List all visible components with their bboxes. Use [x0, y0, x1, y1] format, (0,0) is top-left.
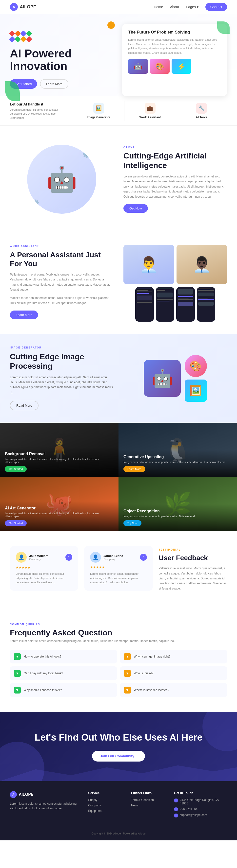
gallery-overlay-4: Object Recognition Integer cursus tortor…	[119, 504, 237, 531]
work-photo-1: 👨‍💼	[124, 245, 174, 284]
feature-work-assistant[interactable]: 💼 Work Assistant	[125, 100, 176, 122]
image-generator-icon: 🖼️	[93, 103, 104, 114]
faq-item-4[interactable]: ▼ Who is this AI?	[120, 666, 227, 680]
faq-icon-2: ▼	[124, 653, 131, 660]
gallery-title-4: Object Recognition	[124, 509, 232, 514]
avatar-1: 👤	[16, 552, 27, 563]
feature-label-3: AI Tools	[196, 116, 207, 119]
hero-section: AI Powered Innovation Get Started Learn …	[0, 14, 237, 96]
faq-icon-1: ▼	[14, 653, 21, 660]
features-title: Let our AI handle it	[10, 102, 65, 106]
gallery-btn-2[interactable]: Learn More	[124, 466, 145, 472]
hero-right-text: Lorem ipsum dolor sit amet, consectetur …	[128, 38, 221, 55]
faq-icon-3: ▼	[14, 670, 21, 677]
about-desc: Lorem ipsum dolor sit amet, consectetur …	[124, 174, 227, 199]
faq-item-6[interactable]: ▼ Where is save file located?	[120, 683, 227, 697]
user-role-1: Company	[29, 558, 48, 561]
avatar-2: 👤	[90, 552, 101, 563]
gallery-title-1: Background Removal	[5, 452, 113, 456]
email-icon	[174, 813, 178, 817]
testimonial-text-2: Lorem ipsum dolor sit amet, consectetur …	[90, 572, 147, 585]
faq-icon-4: ▼	[124, 670, 131, 677]
footer-link-company[interactable]: Company	[88, 804, 124, 807]
quote-icon-2: "	[140, 554, 147, 561]
footer-further-col: Further Links Term & Condition News	[131, 791, 167, 819]
gallery-btn-3[interactable]: Get Started	[5, 520, 27, 526]
ai-tools-icon: 🔧	[196, 103, 207, 114]
gallery-btn-4[interactable]: Try Now	[124, 520, 141, 526]
cta-join-button[interactable]: Join Our Community ↓	[92, 751, 145, 762]
gallery-desc-4: Integer cursus tortor ante, ut imperdiet…	[124, 515, 232, 518]
testimonial-text-1: Lorem ipsum dolor sit amet, consectetur …	[16, 572, 72, 585]
work-learn-more-button[interactable]: Learn More	[10, 311, 38, 319]
gallery-btn-1[interactable]: Get Started	[5, 466, 27, 472]
feature-ai-tools[interactable]: 🔧 AI Tools	[176, 100, 227, 122]
faq-q-3: Can I pay with my local bank?	[24, 672, 63, 675]
nav-about[interactable]: About	[170, 5, 179, 9]
navbar: A AILOPE Home About Pages ▾ Contact	[0, 0, 237, 14]
footer-service-col: Service Supply Company Equipment	[88, 791, 124, 819]
footer-logo-icon: A	[10, 791, 17, 798]
user-details-1: Jake William Company	[29, 554, 48, 561]
faq-title: Frequently Asked Question	[10, 628, 227, 637]
hero-right: The Future Of Problem Solving Lorem ipsu…	[122, 24, 227, 96]
work-title: A Personal Assistant Just For You	[10, 250, 113, 268]
testimonials-section: 👤 Jake William Company " ★★★★★ Lorem ips…	[0, 531, 237, 608]
nav-links: Home About Pages ▾ Contact	[154, 3, 227, 11]
feature-label-1: Image Generator	[87, 116, 110, 119]
faq-item-5[interactable]: ▼ Why should I choose this AI?	[10, 683, 117, 697]
cta-content: Let's Find Out Who Else Uses AI Here Joi…	[10, 732, 227, 761]
gallery-item-4: 🌿 Object Recognition Integer cursus tort…	[119, 477, 237, 531]
footer-link-equipment[interactable]: Equipment	[88, 809, 124, 812]
faq-item-3[interactable]: ▼ Can I pay with my local bank?	[10, 666, 117, 680]
footer-bottom: Copyright © 2024 Ailope | Powered by Ail…	[10, 827, 227, 835]
user-name-2: James Blanc	[103, 554, 123, 558]
about-illustration: 🤖 ⚙️ ⚙️	[10, 141, 113, 218]
learn-more-button[interactable]: Learn More	[40, 79, 68, 89]
footer-contact-col: Get In Touch 2445 Oak Ridge Douglas, GA …	[174, 791, 227, 819]
faq-item-2[interactable]: ▼ Why I can't get image right?	[120, 650, 227, 663]
cta-title: Let's Find Out Who Else Uses AI Here	[10, 732, 227, 744]
about-cta-button[interactable]: Get Now	[124, 204, 148, 213]
hero-left: AI Powered Innovation Get Started Learn …	[10, 24, 115, 96]
footer-link-news[interactable]: News	[131, 804, 167, 807]
diamond-decoration	[10, 31, 115, 41]
yellow-ball	[107, 22, 115, 29]
img-proc-label: IMAGE GENERATOR	[10, 346, 113, 349]
about-section: 🤖 ⚙️ ⚙️ ABOUT Cutting-Edge Artificial In…	[0, 126, 237, 232]
feature-image-generator[interactable]: 🖼️ Image Generator	[73, 100, 124, 122]
img-proc-read-more-button[interactable]: Read More	[10, 401, 38, 410]
phone-mock-3	[176, 287, 195, 321]
faq-item-1[interactable]: ▼ How to operate this AI tools?	[10, 650, 117, 663]
robot-img: 🤖	[144, 360, 181, 397]
footer-address: 2445 Oak Ridge Douglas, GA 43065	[174, 798, 227, 805]
chevron-down-icon: ▾	[197, 5, 199, 9]
faq-icon-5: ▼	[14, 687, 21, 693]
faq-section: Common Queries Frequently Asked Question…	[0, 608, 237, 712]
footer-link-terms[interactable]: Term & Condition	[131, 798, 167, 802]
contact-button[interactable]: Contact	[205, 3, 227, 11]
stars-1: ★★★★★	[16, 566, 72, 569]
gallery-desc-1: Lorem ipsum dolor sit amet, consectetur …	[5, 458, 113, 464]
footer-link-supply[interactable]: Supply	[88, 798, 124, 802]
gallery-item-1: 🧍 Background Removal Lorem ipsum dolor s…	[0, 423, 119, 477]
user-details-2: James Blanc Company	[103, 554, 123, 561]
phone-mock-1	[135, 287, 154, 321]
features-intro: Let our AI handle it Lorem ipsum dolor s…	[10, 102, 73, 120]
gallery-desc-2: Integer cursus tortor ante, ut imperdiet…	[124, 461, 232, 464]
nav-home[interactable]: Home	[154, 5, 163, 9]
logo[interactable]: A AILOPE	[10, 3, 36, 11]
faq-desc: Lorem ipsum dolor sit amet, consectetur …	[10, 639, 227, 643]
phone-mock-4	[197, 287, 215, 321]
gallery-item-2: 🐧 Generative Upscaling Integer cursus to…	[119, 423, 237, 477]
about-text: ABOUT Cutting-Edge Artificial Intelligen…	[124, 141, 227, 218]
cta-section: Let's Find Out Who Else Uses AI Here Joi…	[0, 712, 237, 781]
work-section: WORK ASSISTANT A Personal Assistant Just…	[0, 232, 237, 334]
nav-pages[interactable]: Pages ▾	[186, 5, 199, 9]
faq-grid: ▼ How to operate this AI tools? ▼ Why I …	[10, 650, 227, 697]
img-proc-visual: 🤖 🎨 🖼️	[124, 355, 227, 402]
footer-service-title: Service	[88, 791, 124, 795]
phone-mock-2	[156, 287, 174, 321]
gallery-section: 🧍 Background Removal Lorem ipsum dolor s…	[0, 423, 237, 531]
work-desc-1: Pellentesque in erat purus. Morbi quis o…	[10, 272, 113, 292]
